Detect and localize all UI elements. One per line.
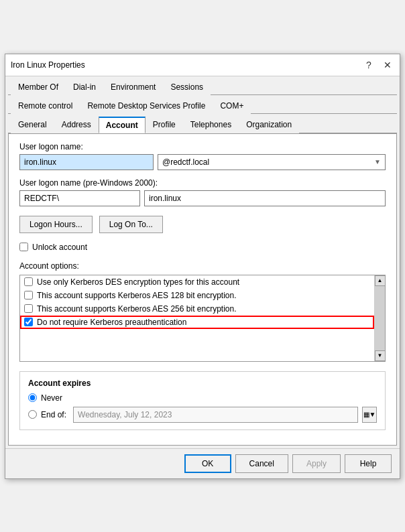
tab-profile[interactable]: Profile [146, 117, 183, 133]
domain-select[interactable]: @redctf.local ▼ [158, 154, 386, 170]
logon-input[interactable] [19, 154, 154, 170]
calendar-icon: ▦ [363, 411, 369, 418]
option-checkbox-1[interactable] [24, 291, 33, 300]
content-area: User logon name: @redctf.local ▼ User lo… [8, 133, 397, 446]
bottom-bar: OK Cancel Apply Help [5, 448, 400, 478]
never-radio-row: Never [28, 393, 377, 403]
tab-row-3: General Address Account Profile Telephon… [8, 114, 397, 133]
pre2000-row [19, 190, 386, 206]
tabs-container: Member Of Dial-in Environment Sessions R… [5, 76, 400, 133]
pre2000-suffix-input[interactable] [144, 190, 386, 206]
expires-section: Account expires Never End of: Wednesday,… [19, 371, 386, 430]
option-label-3: Do not require Kerberos preauthenticatio… [37, 318, 186, 327]
option-item-1: This account supports Kerberos AES 128 b… [20, 289, 374, 302]
end-of-row: End of: Wednesday, July 12, 2023 ▦ ▼ [28, 407, 377, 423]
never-radio[interactable] [28, 393, 37, 402]
title-controls: ? ✕ [362, 58, 394, 72]
option-checkbox-0[interactable] [24, 277, 33, 286]
end-of-label: End of: [41, 410, 66, 419]
option-checkbox-2[interactable] [24, 304, 33, 313]
option-item-3: Do not require Kerberos preauthenticatio… [20, 316, 374, 329]
tab-com-plus[interactable]: COM+ [213, 98, 251, 114]
end-of-radio[interactable] [28, 410, 37, 419]
scroll-down-btn[interactable]: ▼ [375, 350, 386, 361]
date-picker-btn[interactable]: ▦ ▼ [362, 407, 377, 423]
date-num: 12, [141, 410, 152, 419]
logon-row: @redctf.local ▼ [19, 154, 386, 170]
logon-hours-button[interactable]: Logon Hours... [19, 216, 93, 233]
pre2000-prefix-input[interactable] [19, 190, 140, 206]
scroll-track [375, 286, 385, 350]
tab-environment[interactable]: Environment [103, 79, 163, 95]
tab-remote-control[interactable]: Remote control [11, 98, 80, 114]
options-box: Use only Kerberos DES encryption types f… [19, 275, 386, 362]
dialog-window: Iron Linux Properties ? ✕ Member Of Dial… [5, 54, 400, 479]
tab-row-2: Remote control Remote Desktop Services P… [8, 95, 397, 114]
tab-organization[interactable]: Organization [239, 117, 299, 133]
window-title: Iron Linux Properties [11, 60, 85, 70]
scroll-up-btn[interactable]: ▲ [375, 275, 386, 286]
unlock-checkbox[interactable] [19, 243, 28, 251]
unlock-row: Unlock account [19, 243, 386, 252]
unlock-label: Unlock account [32, 243, 87, 252]
logon-label: User logon name: [19, 142, 386, 151]
help-button[interactable]: ? [362, 58, 375, 72]
help-footer-button[interactable]: Help [345, 454, 392, 473]
date-month: July [124, 410, 138, 419]
title-bar: Iron Linux Properties ? ✕ [5, 54, 400, 76]
option-checkbox-3[interactable] [24, 318, 33, 326]
tab-row-1: Member Of Dial-in Environment Sessions [8, 76, 397, 95]
pre2000-label: User logon name (pre-Windows 2000): [19, 178, 386, 188]
domain-dropdown-icon: ▼ [374, 158, 381, 165]
date-day: Wednesday, [78, 410, 122, 419]
tab-member-of[interactable]: Member Of [11, 79, 66, 95]
dropdown-icon: ▼ [369, 411, 376, 418]
options-scrollbar[interactable]: ▲ ▼ [374, 275, 385, 361]
option-label-1: This account supports Kerberos AES 128 b… [37, 291, 237, 300]
tab-address[interactable]: Address [54, 117, 99, 133]
ok-button[interactable]: OK [184, 454, 231, 473]
tab-general[interactable]: General [11, 117, 54, 133]
tab-sessions[interactable]: Sessions [163, 79, 211, 95]
logon-buttons-row: Logon Hours... Log On To... [19, 216, 386, 233]
logon-to-button[interactable]: Log On To... [99, 216, 163, 233]
tab-rdp-profile[interactable]: Remote Desktop Services Profile [80, 98, 213, 114]
options-label: Account options: [19, 261, 386, 271]
date-year: 2023 [154, 410, 172, 419]
cancel-button[interactable]: Cancel [235, 454, 288, 473]
domain-value: @redctf.local [162, 157, 209, 167]
option-label-2: This account supports Kerberos AES 256 b… [37, 304, 237, 314]
expires-title: Account expires [28, 379, 377, 388]
close-button[interactable]: ✕ [381, 58, 394, 72]
option-label-0: Use only Kerberos DES encryption types f… [37, 277, 239, 287]
tab-dial-in[interactable]: Dial-in [66, 79, 103, 95]
apply-button[interactable]: Apply [292, 454, 341, 473]
option-item-0: Use only Kerberos DES encryption types f… [20, 275, 374, 289]
never-label: Never [41, 393, 62, 403]
date-field[interactable]: Wednesday, July 12, 2023 [73, 407, 358, 423]
tab-telephones[interactable]: Telephones [183, 117, 239, 133]
option-item-2: This account supports Kerberos AES 256 b… [20, 302, 374, 316]
tab-account[interactable]: Account [99, 117, 146, 133]
